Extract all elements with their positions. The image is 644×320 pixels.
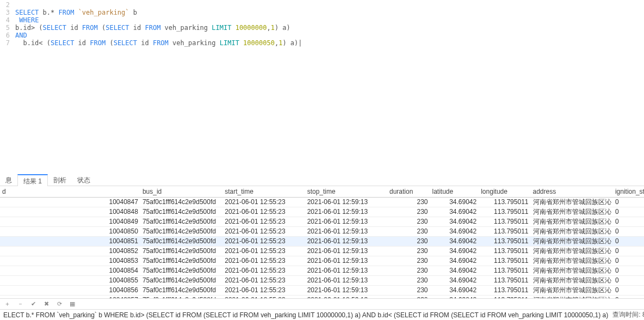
- cell[interactable]: 10040856: [9, 285, 140, 295]
- col-header[interactable]: address: [531, 186, 613, 197]
- tab-info[interactable]: 息: [0, 174, 17, 186]
- cell[interactable]: 34.69042: [430, 266, 479, 275]
- cell[interactable]: 2021-06-01 12:59:13: [305, 226, 387, 236]
- cell[interactable]: 10040847: [9, 197, 140, 207]
- cell[interactable]: 113.795011: [479, 295, 530, 298]
- cell[interactable]: 34.69042: [430, 285, 479, 295]
- cell[interactable]: 2021-06-01 12:55:23: [222, 275, 305, 285]
- col-header[interactable]: d: [0, 186, 9, 197]
- cell[interactable]: 河南省郑州市管城回族区沁: [531, 295, 613, 298]
- apply-icon[interactable]: ✔: [29, 300, 37, 308]
- cell[interactable]: 34.69042: [430, 236, 479, 246]
- cell[interactable]: [0, 295, 9, 298]
- cell[interactable]: 75af0c1fff614c2e9d500fd: [140, 256, 222, 266]
- cell[interactable]: 113.795011: [479, 275, 530, 285]
- cell[interactable]: 10040848: [9, 207, 140, 217]
- cell[interactable]: [0, 207, 9, 217]
- cell[interactable]: 34.69042: [430, 197, 479, 207]
- tab-result1[interactable]: 结果 1: [17, 174, 48, 186]
- cell[interactable]: 2021-06-01 12:55:23: [222, 246, 305, 256]
- table-row[interactable]: 1004085475af0c1fff614c2e9d500fd2021-06-0…: [0, 266, 644, 275]
- cell[interactable]: 0: [613, 246, 644, 256]
- cell[interactable]: 0: [613, 207, 644, 217]
- cell[interactable]: 10040854: [9, 266, 140, 275]
- cell[interactable]: 0: [613, 295, 644, 298]
- cell[interactable]: 2021-06-01 12:55:23: [222, 226, 305, 236]
- cell[interactable]: 75af0c1fff614c2e9d500fd: [140, 207, 222, 217]
- cell[interactable]: 75af0c1fff614c2e9d500fd: [140, 295, 222, 298]
- cell[interactable]: 113.795011: [479, 217, 530, 226]
- col-header[interactable]: start_time: [222, 186, 305, 197]
- cell[interactable]: 113.795011: [479, 226, 530, 236]
- cell[interactable]: 75af0c1fff614c2e9d500fd: [140, 226, 222, 236]
- cell[interactable]: 2021-06-01 12:59:13: [305, 207, 387, 217]
- cell[interactable]: 0: [613, 256, 644, 266]
- cell[interactable]: 2021-06-01 12:59:13: [305, 217, 387, 226]
- cell[interactable]: 113.795011: [479, 207, 530, 217]
- cell[interactable]: 34.69042: [430, 207, 479, 217]
- cell[interactable]: 2021-06-01 12:59:13: [305, 197, 387, 207]
- cell[interactable]: 0: [613, 217, 644, 226]
- cancel-icon[interactable]: ✖: [42, 300, 50, 308]
- cell[interactable]: 河南省郑州市管城回族区沁: [531, 275, 613, 285]
- cell[interactable]: 2021-06-01 12:59:13: [305, 256, 387, 266]
- col-header[interactable]: stop_time: [305, 186, 387, 197]
- cell[interactable]: 75af0c1fff614c2e9d500fd: [140, 197, 222, 207]
- cell[interactable]: 2021-06-01 12:55:23: [222, 285, 305, 295]
- cell[interactable]: 113.795011: [479, 246, 530, 256]
- table-row[interactable]: 1004085575af0c1fff614c2e9d500fd2021-06-0…: [0, 275, 644, 285]
- cell[interactable]: 2021-06-01 12:59:13: [305, 275, 387, 285]
- cell[interactable]: 113.795011: [479, 236, 530, 246]
- cell[interactable]: [0, 266, 9, 275]
- cell[interactable]: 2021-06-01 12:59:13: [305, 236, 387, 246]
- cell[interactable]: [0, 217, 9, 226]
- cell[interactable]: [0, 197, 9, 207]
- cell[interactable]: 113.795011: [479, 256, 530, 266]
- cell[interactable]: 河南省郑州市管城回族区沁: [531, 285, 613, 295]
- cell[interactable]: 2021-06-01 12:55:23: [222, 207, 305, 217]
- cell[interactable]: 河南省郑州市管城回族区沁: [531, 236, 613, 246]
- cell[interactable]: 10040855: [9, 275, 140, 285]
- cell[interactable]: 河南省郑州市管城回族区沁: [531, 266, 613, 275]
- cell[interactable]: 113.795011: [479, 285, 530, 295]
- cell[interactable]: 10040857: [9, 295, 140, 298]
- table-row[interactable]: 1004084975af0c1fff614c2e9d500fd2021-06-0…: [0, 217, 644, 226]
- cell[interactable]: 2021-06-01 12:55:23: [222, 295, 305, 298]
- cell[interactable]: 0: [613, 197, 644, 207]
- cell[interactable]: 230: [387, 266, 430, 275]
- cell[interactable]: 230: [387, 207, 430, 217]
- cell[interactable]: 230: [387, 246, 430, 256]
- cell[interactable]: 230: [387, 217, 430, 226]
- cell[interactable]: 0: [613, 236, 644, 246]
- cell[interactable]: 230: [387, 197, 430, 207]
- delete-row-icon[interactable]: －: [16, 300, 24, 308]
- cell[interactable]: 34.69042: [430, 275, 479, 285]
- cell[interactable]: 10040852: [9, 246, 140, 256]
- cell[interactable]: [0, 246, 9, 256]
- cell[interactable]: 2021-06-01 12:59:13: [305, 266, 387, 275]
- cell[interactable]: 75af0c1fff614c2e9d500fd: [140, 285, 222, 295]
- cell[interactable]: 河南省郑州市管城回族区沁: [531, 197, 613, 207]
- table-row[interactable]: 1004084775af0c1fff614c2e9d500fd2021-06-0…: [0, 197, 644, 207]
- cell[interactable]: 2021-06-01 12:59:13: [305, 285, 387, 295]
- cell[interactable]: 2021-06-01 12:59:13: [305, 246, 387, 256]
- cell[interactable]: 230: [387, 256, 430, 266]
- cell[interactable]: [0, 236, 9, 246]
- cell[interactable]: 2021-06-01 12:59:13: [305, 295, 387, 298]
- results-grid[interactable]: dbus_idstart_timestop_timedurationlatitu…: [0, 186, 644, 298]
- table-row[interactable]: 1004085175af0c1fff614c2e9d500fd2021-06-0…: [0, 236, 644, 246]
- tab-profile[interactable]: 剖析: [48, 174, 72, 186]
- table-row[interactable]: 1004085275af0c1fff614c2e9d500fd2021-06-0…: [0, 246, 644, 256]
- cell[interactable]: 34.69042: [430, 246, 479, 256]
- cell[interactable]: 0: [613, 285, 644, 295]
- table-row[interactable]: 1004085075af0c1fff614c2e9d500fd2021-06-0…: [0, 226, 644, 236]
- cell[interactable]: 34.69042: [430, 295, 479, 298]
- cell[interactable]: 河南省郑州市管城回族区沁: [531, 207, 613, 217]
- cell[interactable]: 75af0c1fff614c2e9d500fd: [140, 246, 222, 256]
- cell[interactable]: 75af0c1fff614c2e9d500fd: [140, 275, 222, 285]
- table-row[interactable]: 1004084875af0c1fff614c2e9d500fd2021-06-0…: [0, 207, 644, 217]
- cell[interactable]: 75af0c1fff614c2e9d500fd: [140, 266, 222, 275]
- table-row[interactable]: 1004085375af0c1fff614c2e9d500fd2021-06-0…: [0, 256, 644, 266]
- cell[interactable]: 230: [387, 295, 430, 298]
- cell[interactable]: 河南省郑州市管城回族区沁: [531, 217, 613, 226]
